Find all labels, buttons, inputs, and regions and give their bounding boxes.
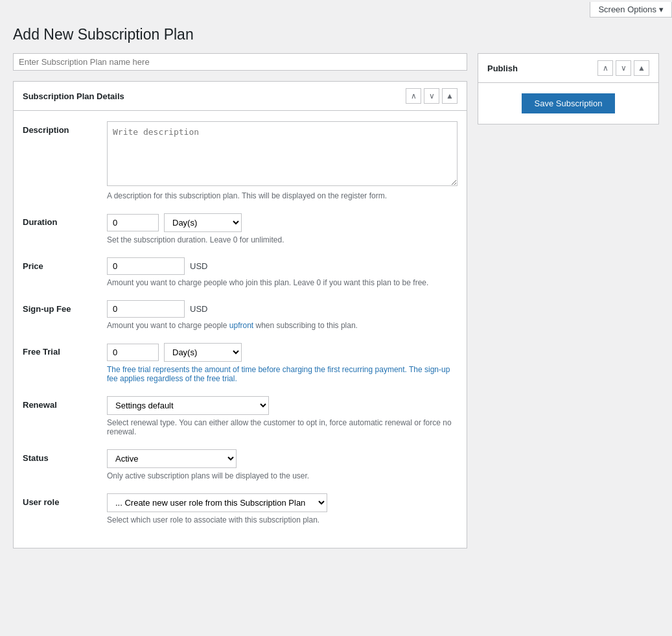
description-hint: A description for this subscription plan… [107,191,458,200]
description-textarea[interactable] [107,121,458,186]
page-title: Add New Subscription Plan [0,19,672,53]
user-role-row: User role ... Create new user role from … [23,493,458,524]
user-role-hint: Select which user role to associate with… [107,515,458,524]
user-role-label: User role [23,493,107,507]
free-trial-unit-select[interactable]: Day(s) Week(s) Month(s) Year(s) [164,343,242,362]
signup-fee-row: Sign-up Fee USD Amount you want to charg… [23,300,458,330]
renewal-label: Renewal [23,396,107,410]
left-column: Subscription Plan Details ∧ ∨ ▲ Descript… [13,53,467,559]
subscription-details-metabox: Subscription Plan Details ∧ ∨ ▲ Descript… [13,81,467,548]
renewal-content: Settings default Allow opt-in Force auto… [107,396,458,436]
signup-fee-currency: USD [190,304,207,314]
publish-close-button[interactable]: ▲ [634,60,649,76]
duration-content: Day(s) Week(s) Month(s) Year(s) Set the … [107,213,458,244]
duration-number-input[interactable] [107,214,159,231]
renewal-hint: Select renewal type. You can either allo… [107,418,458,436]
status-label: Status [23,449,107,463]
metabox-controls: ∧ ∨ ▲ [406,88,458,104]
metabox-close-button[interactable]: ▲ [442,88,458,104]
renewal-select[interactable]: Settings default Allow opt-in Force auto… [107,396,269,415]
metabox-title: Subscription Plan Details [23,91,124,101]
metabox-body: Description A description for this subsc… [14,111,467,548]
free-trial-label: Free Trial [23,343,107,357]
publish-up-button[interactable]: ∧ [597,60,613,76]
publish-body: Save Subscription [478,83,658,124]
screen-options-button[interactable]: Screen Options ▾ [590,2,672,18]
metabox-down-button[interactable]: ∨ [424,88,439,104]
status-content: Active Inactive Only active subscription… [107,449,458,480]
signup-fee-input[interactable] [107,300,185,318]
upfront-link[interactable]: upfront [229,321,253,330]
duration-unit-select[interactable]: Day(s) Week(s) Month(s) Year(s) [164,213,242,232]
signup-fee-label: Sign-up Fee [23,300,107,314]
publish-title: Publish [487,64,518,73]
free-trial-hint: The free trial represents the amount of … [107,365,458,383]
metabox-up-button[interactable]: ∧ [406,88,421,104]
publish-controls: ∧ ∨ ▲ [597,60,649,76]
publish-down-button[interactable]: ∨ [616,60,631,76]
plan-name-input[interactable] [13,53,467,71]
metabox-header: Subscription Plan Details ∧ ∨ ▲ [14,82,467,111]
status-row: Status Active Inactive Only active subsc… [23,449,458,480]
user-role-content: ... Create new user role from this Subsc… [107,493,458,524]
status-select[interactable]: Active Inactive [107,449,237,468]
duration-row: Duration Day(s) Week(s) Month(s) Year(s)… [23,213,458,244]
signup-fee-content: USD Amount you want to charge people upf… [107,300,458,330]
publish-header: Publish ∧ ∨ ▲ [478,54,658,83]
price-currency: USD [190,261,207,271]
right-column: Publish ∧ ∨ ▲ Save Subscription [478,53,659,559]
publish-metabox: Publish ∧ ∨ ▲ Save Subscription [478,53,659,124]
duration-label: Duration [23,213,107,227]
price-input[interactable] [107,257,185,275]
free-trial-row: Free Trial Day(s) Week(s) Month(s) Year(… [23,343,458,383]
price-hint: Amount you want to charge people who joi… [107,278,458,287]
free-trial-input[interactable] [107,344,159,361]
description-row: Description A description for this subsc… [23,121,458,200]
save-subscription-button[interactable]: Save Subscription [522,93,616,113]
signup-fee-hint: Amount you want to charge people upfront… [107,321,458,330]
price-label: Price [23,257,107,271]
renewal-row: Renewal Settings default Allow opt-in Fo… [23,396,458,436]
description-content: A description for this subscription plan… [107,121,458,200]
user-role-select[interactable]: ... Create new user role from this Subsc… [107,493,327,512]
duration-hint: Set the subscription duration. Leave 0 f… [107,235,458,244]
price-row: Price USD Amount you want to charge peop… [23,257,458,287]
status-hint: Only active subscription plans will be d… [107,471,458,480]
price-content: USD Amount you want to charge people who… [107,257,458,287]
chevron-down-icon: ▾ [659,5,664,14]
free-trial-content: Day(s) Week(s) Month(s) Year(s) The free… [107,343,458,383]
screen-options-label: Screen Options [598,5,656,14]
description-label: Description [23,121,107,135]
